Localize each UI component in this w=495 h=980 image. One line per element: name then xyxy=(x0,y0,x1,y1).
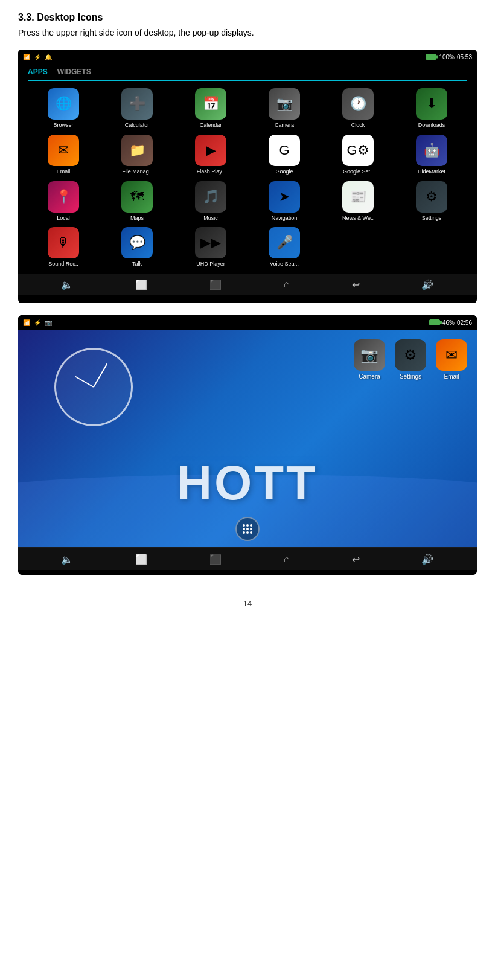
app-icon-11: 🤖 xyxy=(416,135,447,166)
home-app-email[interactable]: ✉Email xyxy=(436,339,467,380)
app-icon-4: 🕐 xyxy=(342,88,374,120)
app-label-12: Local xyxy=(57,215,70,222)
nav-home[interactable]: ⌂ xyxy=(284,279,290,290)
home-app-icon-0: 📷 xyxy=(354,339,385,371)
app-item-hidemarket[interactable]: 🤖HideMarket xyxy=(396,135,467,175)
page-number: 14 xyxy=(18,599,477,608)
dot6 xyxy=(250,528,252,530)
app-label-21: Voice Sear.. xyxy=(270,261,299,267)
app-item-voicesear[interactable]: 🎤Voice Sear.. xyxy=(249,227,320,267)
app-icon-0: 🌐 xyxy=(48,88,79,120)
clock-hour-hand xyxy=(75,376,94,388)
app-label-10: Google Set.. xyxy=(343,168,373,175)
screen2-nav-screenshot[interactable]: ⬛ xyxy=(209,554,222,565)
app-icon-3: 📷 xyxy=(269,88,300,120)
screen2-battery-icon xyxy=(429,319,440,325)
app-item-downloads[interactable]: ⬇Downloads xyxy=(396,88,467,129)
tab-apps[interactable]: APPS xyxy=(28,68,48,77)
screen2-nav-volume-down[interactable]: 🔈 xyxy=(61,554,73,565)
tab-widgets[interactable]: WIDGETS xyxy=(57,68,91,77)
app-item-google[interactable]: GGoogle xyxy=(249,135,320,175)
screen2-nav-bar: 🔈 ⬜ ⬛ ⌂ ↩ 🔊 xyxy=(18,548,477,570)
app-item-uhdplayer[interactable]: ▶▶UHD Player xyxy=(175,227,246,267)
app-label-4: Clock xyxy=(351,122,365,129)
app-item-music[interactable]: 🎵Music xyxy=(175,181,246,222)
screen2-wifi-icon: ⚡ xyxy=(34,319,41,326)
apps-grid-icon xyxy=(243,524,252,534)
intro-text: Press the upper right side icon of deskt… xyxy=(18,28,477,37)
signal-icon: 📶 xyxy=(23,54,30,60)
app-icon-5: ⬇ xyxy=(416,88,447,120)
screen2-signal-icon: 📶 xyxy=(23,319,30,326)
app-item-calendar[interactable]: 📅Calendar xyxy=(175,88,246,129)
screen2-nav-home[interactable]: ⌂ xyxy=(284,554,290,565)
app-item-email[interactable]: ✉Email xyxy=(28,135,99,175)
app-item-googleset[interactable]: G⚙Google Set.. xyxy=(322,135,394,175)
wifi-icon: ⚡ xyxy=(34,54,41,60)
home-app-label-2: Email xyxy=(444,373,459,380)
app-item-local[interactable]: 📍Local xyxy=(28,181,99,222)
app-label-17: Settings xyxy=(422,215,442,222)
app-item-camera[interactable]: 📷Camera xyxy=(249,88,320,129)
app-icon-18: 🎙 xyxy=(48,227,79,258)
app-icon-9: G xyxy=(269,135,300,166)
screen1-status-bar: 📶 ⚡ 🔔 100% 05:53 xyxy=(18,50,477,64)
app-item-filemanag[interactable]: 📁File Manag.. xyxy=(101,135,173,175)
home-app-camera[interactable]: 📷Camera xyxy=(354,339,385,380)
app-item-soundrec[interactable]: 🎙Sound Rec.. xyxy=(28,227,99,267)
screen2-status-bar: 📶 ⚡ 📷 46% 02:56 xyxy=(18,315,477,330)
app-label-2: Calendar xyxy=(200,122,222,129)
dot7 xyxy=(243,531,245,534)
dot1 xyxy=(243,524,245,527)
home-app-label-1: Settings xyxy=(400,373,421,380)
apps-grid: 🌐Browser➕Calculator📅Calendar📷Camera🕐Cloc… xyxy=(28,88,467,267)
app-label-14: Music xyxy=(203,215,218,222)
home-icons: 📷Camera⚙Settings✉Email xyxy=(354,339,467,380)
app-label-19: Talk xyxy=(132,261,142,267)
app-item-flashplay[interactable]: ▶Flash Play.. xyxy=(175,135,246,175)
app-item-clock[interactable]: 🕐Clock xyxy=(322,88,394,129)
nav-volume-down[interactable]: 🔈 xyxy=(61,279,73,290)
apps-launcher-button[interactable] xyxy=(235,517,260,541)
nav-back[interactable]: ↩ xyxy=(352,279,360,290)
app-label-11: HideMarket xyxy=(418,168,446,175)
nav-volume-up[interactable]: 🔊 xyxy=(421,279,433,290)
home-app-icon-1: ⚙ xyxy=(395,339,426,371)
notif-icon: 🔔 xyxy=(45,54,52,60)
home-app-icon-2: ✉ xyxy=(436,339,467,371)
app-icon-19: 💬 xyxy=(121,227,153,258)
home-app-label-0: Camera xyxy=(359,373,380,380)
screen2-nav-back[interactable]: ↩ xyxy=(352,554,360,565)
battery-icon xyxy=(426,54,436,60)
app-icon-2: 📅 xyxy=(195,88,226,120)
app-item-navigation[interactable]: ➤Navigation xyxy=(249,181,320,222)
screen2-nav-recent[interactable]: ⬜ xyxy=(135,554,147,565)
app-item-newswe[interactable]: 📰News & We.. xyxy=(322,181,394,222)
screen2-clock-time: 02:56 xyxy=(457,319,472,326)
app-icon-7: 📁 xyxy=(121,135,153,166)
app-item-settings[interactable]: ⚙Settings xyxy=(396,181,467,222)
app-label-13: Maps xyxy=(130,215,144,222)
nav-recent[interactable]: ⬜ xyxy=(135,279,147,290)
app-icon-12: 📍 xyxy=(48,181,79,213)
dot3 xyxy=(250,524,252,527)
battery-percent: 100% xyxy=(439,54,455,60)
app-item-browser[interactable]: 🌐Browser xyxy=(28,88,99,129)
app-label-6: Email xyxy=(57,168,71,175)
nav-screenshot[interactable]: ⬛ xyxy=(209,279,222,290)
app-icon-21: 🎤 xyxy=(269,227,300,258)
app-item-calculator[interactable]: ➕Calculator xyxy=(101,88,173,129)
app-icon-16: 📰 xyxy=(342,181,374,213)
app-icon-1: ➕ xyxy=(121,88,153,120)
dot9 xyxy=(250,531,252,534)
screen2-tablet: 📶 ⚡ 📷 46% 02:56 HOTT 📷Camera⚙Settings✉Em… xyxy=(18,315,477,575)
home-app-settings[interactable]: ⚙Settings xyxy=(395,339,426,380)
app-label-9: Google xyxy=(275,168,293,175)
brand-text: HOTT xyxy=(177,455,318,511)
dot4 xyxy=(243,528,245,530)
app-item-talk[interactable]: 💬Talk xyxy=(101,227,173,267)
screen2-nav-volume-up[interactable]: 🔊 xyxy=(421,554,433,565)
clock-minute-hand xyxy=(93,363,107,388)
app-item-maps[interactable]: 🗺Maps xyxy=(101,181,173,222)
screen2-status-left: 📶 ⚡ 📷 xyxy=(23,319,52,326)
